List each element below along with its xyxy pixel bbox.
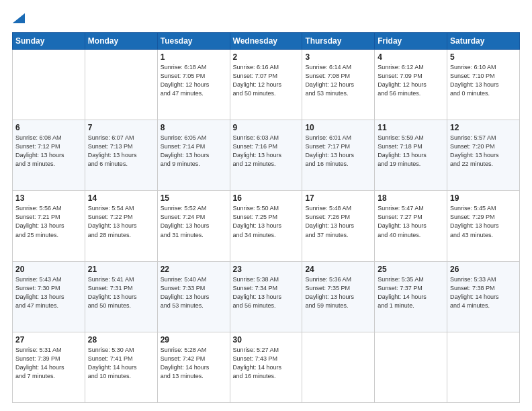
day-number: 17 <box>305 193 371 203</box>
calendar-week-row: 1Sunrise: 6:18 AM Sunset: 7:05 PM Daylig… <box>13 50 520 120</box>
day-number: 22 <box>161 265 227 274</box>
day-info: Sunrise: 6:16 AM Sunset: 7:07 PM Dayligh… <box>233 63 300 98</box>
calendar-day-cell: 15Sunrise: 5:52 AM Sunset: 7:24 PM Dayli… <box>157 191 230 261</box>
svg-marker-0 <box>13 13 25 24</box>
calendar-day-cell: 28Sunrise: 5:30 AM Sunset: 7:41 PM Dayli… <box>85 332 157 402</box>
calendar-day-cell: 12Sunrise: 5:57 AM Sunset: 7:20 PM Dayli… <box>447 120 520 191</box>
page: SundayMondayTuesdayWednesdayThursdayFrid… <box>0 0 532 411</box>
day-info: Sunrise: 5:47 AM Sunset: 7:27 PM Dayligh… <box>378 204 444 239</box>
day-info: Sunrise: 5:43 AM Sunset: 7:30 PM Dayligh… <box>15 275 82 310</box>
day-number: 6 <box>15 123 82 132</box>
day-info: Sunrise: 5:41 AM Sunset: 7:31 PM Dayligh… <box>88 275 154 310</box>
day-info: Sunrise: 6:05 AM Sunset: 7:14 PM Dayligh… <box>161 134 227 169</box>
calendar-week-row: 27Sunrise: 5:31 AM Sunset: 7:39 PM Dayli… <box>13 332 520 402</box>
day-info: Sunrise: 5:36 AM Sunset: 7:35 PM Dayligh… <box>305 275 371 310</box>
calendar-day-cell: 19Sunrise: 5:45 AM Sunset: 7:29 PM Dayli… <box>447 191 520 261</box>
day-number: 29 <box>161 335 227 345</box>
logo <box>12 12 25 26</box>
calendar-table: SundayMondayTuesdayWednesdayThursdayFrid… <box>12 32 520 403</box>
calendar-day-cell: 5Sunrise: 6:10 AM Sunset: 7:10 PM Daylig… <box>447 50 520 120</box>
calendar-day-cell: 11Sunrise: 5:59 AM Sunset: 7:18 PM Dayli… <box>375 120 447 191</box>
day-of-week-header: Friday <box>375 33 447 50</box>
day-of-week-header: Tuesday <box>157 33 230 50</box>
day-info: Sunrise: 6:18 AM Sunset: 7:05 PM Dayligh… <box>161 63 227 98</box>
calendar-day-cell: 14Sunrise: 5:54 AM Sunset: 7:22 PM Dayli… <box>85 191 157 261</box>
calendar-day-cell: 13Sunrise: 5:56 AM Sunset: 7:21 PM Dayli… <box>13 191 85 261</box>
day-number: 14 <box>88 193 154 203</box>
calendar-day-cell: 17Sunrise: 5:48 AM Sunset: 7:26 PM Dayli… <box>302 191 375 261</box>
day-number: 27 <box>15 335 82 345</box>
day-of-week-header: Saturday <box>447 33 520 50</box>
day-info: Sunrise: 5:59 AM Sunset: 7:18 PM Dayligh… <box>378 134 444 169</box>
day-of-week-header: Wednesday <box>230 33 302 50</box>
calendar-day-cell: 20Sunrise: 5:43 AM Sunset: 7:30 PM Dayli… <box>13 261 85 332</box>
day-info: Sunrise: 5:33 AM Sunset: 7:38 PM Dayligh… <box>450 275 517 310</box>
calendar-day-cell: 22Sunrise: 5:40 AM Sunset: 7:33 PM Dayli… <box>157 261 230 332</box>
calendar-day-cell <box>302 332 375 402</box>
day-number: 4 <box>378 52 444 62</box>
day-number: 11 <box>378 123 444 132</box>
day-number: 15 <box>161 193 227 203</box>
calendar-day-cell: 7Sunrise: 6:07 AM Sunset: 7:13 PM Daylig… <box>85 120 157 191</box>
calendar-header-row: SundayMondayTuesdayWednesdayThursdayFrid… <box>13 33 520 50</box>
day-info: Sunrise: 6:07 AM Sunset: 7:13 PM Dayligh… <box>88 134 154 169</box>
day-number: 13 <box>15 193 82 203</box>
calendar-day-cell: 29Sunrise: 5:28 AM Sunset: 7:42 PM Dayli… <box>157 332 230 402</box>
day-number: 1 <box>161 52 227 62</box>
day-info: Sunrise: 5:50 AM Sunset: 7:25 PM Dayligh… <box>233 204 300 239</box>
calendar-day-cell: 23Sunrise: 5:38 AM Sunset: 7:34 PM Dayli… <box>230 261 302 332</box>
day-info: Sunrise: 5:56 AM Sunset: 7:21 PM Dayligh… <box>15 204 82 239</box>
calendar-day-cell <box>13 50 85 120</box>
calendar-day-cell: 24Sunrise: 5:36 AM Sunset: 7:35 PM Dayli… <box>302 261 375 332</box>
calendar-day-cell <box>375 332 447 402</box>
calendar-day-cell: 4Sunrise: 6:12 AM Sunset: 7:09 PM Daylig… <box>375 50 447 120</box>
day-number: 30 <box>233 335 300 345</box>
calendar-day-cell: 8Sunrise: 6:05 AM Sunset: 7:14 PM Daylig… <box>157 120 230 191</box>
calendar-day-cell: 3Sunrise: 6:14 AM Sunset: 7:08 PM Daylig… <box>302 50 375 120</box>
calendar-day-cell: 9Sunrise: 6:03 AM Sunset: 7:16 PM Daylig… <box>230 120 302 191</box>
day-number: 12 <box>450 123 517 132</box>
day-number: 16 <box>233 193 300 203</box>
day-info: Sunrise: 6:14 AM Sunset: 7:08 PM Dayligh… <box>305 63 371 98</box>
calendar-week-row: 6Sunrise: 6:08 AM Sunset: 7:12 PM Daylig… <box>13 120 520 191</box>
day-info: Sunrise: 6:03 AM Sunset: 7:16 PM Dayligh… <box>233 134 300 169</box>
day-info: Sunrise: 5:57 AM Sunset: 7:20 PM Dayligh… <box>450 134 517 169</box>
day-number: 21 <box>88 265 154 274</box>
calendar-day-cell <box>85 50 157 120</box>
day-number: 18 <box>378 193 444 203</box>
day-number: 26 <box>450 265 517 274</box>
calendar-day-cell: 16Sunrise: 5:50 AM Sunset: 7:25 PM Dayli… <box>230 191 302 261</box>
day-of-week-header: Thursday <box>302 33 375 50</box>
day-info: Sunrise: 5:27 AM Sunset: 7:43 PM Dayligh… <box>233 346 300 381</box>
calendar-day-cell: 1Sunrise: 6:18 AM Sunset: 7:05 PM Daylig… <box>157 50 230 120</box>
day-number: 2 <box>233 52 300 62</box>
day-number: 3 <box>305 52 371 62</box>
calendar-day-cell: 21Sunrise: 5:41 AM Sunset: 7:31 PM Dayli… <box>85 261 157 332</box>
day-of-week-header: Monday <box>85 33 157 50</box>
calendar-day-cell: 2Sunrise: 6:16 AM Sunset: 7:07 PM Daylig… <box>230 50 302 120</box>
day-number: 7 <box>88 123 154 132</box>
day-info: Sunrise: 5:54 AM Sunset: 7:22 PM Dayligh… <box>88 204 154 239</box>
day-info: Sunrise: 6:10 AM Sunset: 7:10 PM Dayligh… <box>450 63 517 98</box>
day-number: 24 <box>305 265 371 274</box>
calendar-week-row: 13Sunrise: 5:56 AM Sunset: 7:21 PM Dayli… <box>13 191 520 261</box>
day-info: Sunrise: 6:08 AM Sunset: 7:12 PM Dayligh… <box>15 134 82 169</box>
day-info: Sunrise: 5:30 AM Sunset: 7:41 PM Dayligh… <box>88 346 154 381</box>
day-number: 8 <box>161 123 227 132</box>
day-number: 28 <box>88 335 154 345</box>
calendar-day-cell: 26Sunrise: 5:33 AM Sunset: 7:38 PM Dayli… <box>447 261 520 332</box>
day-info: Sunrise: 6:12 AM Sunset: 7:09 PM Dayligh… <box>378 63 444 98</box>
day-info: Sunrise: 5:35 AM Sunset: 7:37 PM Dayligh… <box>378 275 444 310</box>
day-info: Sunrise: 5:31 AM Sunset: 7:39 PM Dayligh… <box>15 346 82 381</box>
calendar-day-cell: 6Sunrise: 6:08 AM Sunset: 7:12 PM Daylig… <box>13 120 85 191</box>
logo-icon <box>13 12 25 24</box>
day-info: Sunrise: 5:48 AM Sunset: 7:26 PM Dayligh… <box>305 204 371 239</box>
calendar-day-cell: 10Sunrise: 6:01 AM Sunset: 7:17 PM Dayli… <box>302 120 375 191</box>
day-info: Sunrise: 6:01 AM Sunset: 7:17 PM Dayligh… <box>305 134 371 169</box>
calendar-day-cell: 27Sunrise: 5:31 AM Sunset: 7:39 PM Dayli… <box>13 332 85 402</box>
day-of-week-header: Sunday <box>13 33 85 50</box>
day-number: 19 <box>450 193 517 203</box>
header <box>12 12 520 26</box>
day-info: Sunrise: 5:38 AM Sunset: 7:34 PM Dayligh… <box>233 275 300 310</box>
calendar-day-cell: 30Sunrise: 5:27 AM Sunset: 7:43 PM Dayli… <box>230 332 302 402</box>
